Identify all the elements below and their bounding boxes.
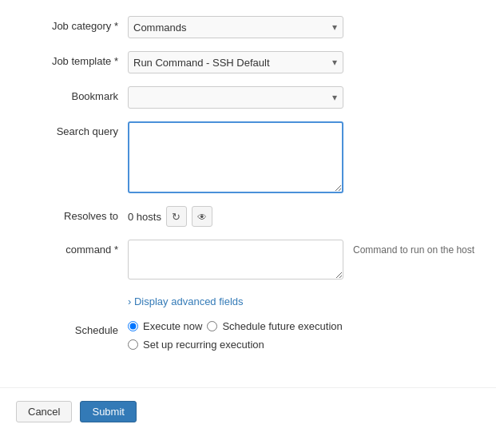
schedule-future-radio[interactable] [207,321,217,331]
footer: Cancel Submit [0,387,496,435]
job-category-select[interactable]: Commands [128,16,343,38]
advanced-fields-label: Display advanced fields [134,295,244,307]
resolves-count: 0 hosts [128,211,161,223]
command-hint: Command to run on the host [353,240,474,256]
cancel-button[interactable]: Cancel [16,401,72,422]
job-template-select-wrapper: Run Command - SSH Default [128,51,343,73]
advanced-spacer [16,292,128,296]
job-category-label: Job category * [16,16,128,32]
schedule-future-label[interactable]: Schedule future execution [222,320,342,332]
resolves-row: 0 hosts [128,206,212,227]
eye-icon [197,211,207,223]
command-wrap: Command to run on the host [128,240,474,280]
refresh-icon [172,211,181,223]
bookmark-select-wrapper [128,86,343,109]
command-label: command * [16,240,128,256]
execute-now-label[interactable]: Execute now [143,320,202,332]
resolves-to-label: Resolves to [16,206,128,222]
command-input[interactable] [128,240,343,280]
refresh-button[interactable] [166,206,187,227]
recurring-radio[interactable] [128,339,138,350]
submit-button[interactable]: Submit [80,401,136,422]
schedule-options: Execute now Schedule future execution Se… [128,320,343,351]
job-template-label: Job template * [16,51,128,67]
recurring-label[interactable]: Set up recurring execution [143,339,264,351]
chevron-right-icon: › [128,295,131,307]
execute-now-radio[interactable] [128,321,138,331]
schedule-execute-now-row: Execute now Schedule future execution [128,320,343,332]
schedule-label: Schedule [16,320,128,336]
job-template-select[interactable]: Run Command - SSH Default [128,51,343,73]
preview-button[interactable] [192,206,212,227]
search-query-label: Search query [16,121,128,137]
schedule-recurring-row: Set up recurring execution [128,339,343,351]
search-query-input[interactable] [128,121,343,193]
advanced-fields-link[interactable]: › Display advanced fields [128,295,244,307]
bookmark-select[interactable] [128,86,343,109]
bookmark-label: Bookmark [16,86,128,102]
job-category-select-wrapper: Commands [128,16,343,38]
